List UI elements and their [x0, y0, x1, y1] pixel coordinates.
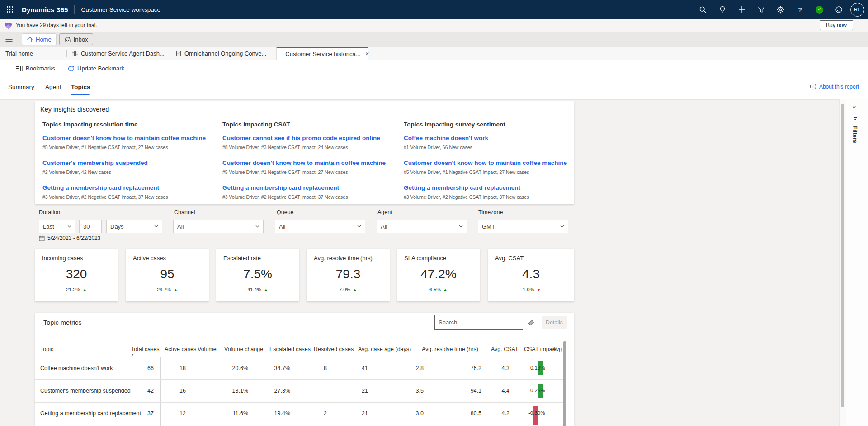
report-tab-summary[interactable]: Summary — [8, 84, 34, 90]
close-tab-icon[interactable]: ✕ — [365, 51, 369, 57]
insight-meta: #8 Volume Driver, #3 Negative CSAT impac… — [222, 145, 396, 150]
clear-filters-eraser-icon[interactable] — [527, 318, 535, 326]
insight-link[interactable]: Customer cannot see if his promo code ex… — [222, 135, 396, 142]
cell-active: 12 — [159, 410, 186, 417]
chevron-down-icon — [357, 225, 361, 228]
insight-item[interactable]: Getting a membership card replacement #3… — [222, 184, 396, 200]
trend-up-icon: ▲ — [264, 287, 268, 292]
table-row[interactable]: Customer's membership suspended 42 16 13… — [35, 379, 563, 402]
col-active-cases[interactable]: Active cases — [165, 346, 196, 352]
insight-item[interactable]: Customer doesn't know how to maintain co… — [42, 135, 217, 150]
filters-pane-icon[interactable] — [852, 115, 859, 121]
app-launcher-icon[interactable] — [0, 0, 20, 19]
table-search-box[interactable] — [434, 315, 523, 330]
filters-rail-label[interactable]: Filters — [852, 126, 859, 143]
queue-select[interactable]: All — [275, 220, 365, 233]
col-csat-impact[interactable]: CSAT impact — [524, 346, 557, 352]
insight-item[interactable]: Customer cannot see if his promo code ex… — [222, 135, 396, 150]
app-name[interactable]: Customer Service workspace — [81, 6, 160, 13]
sort-descending-icon[interactable]: ▼ — [131, 353, 134, 356]
chevron-down-icon — [459, 225, 463, 228]
update-bookmark-button[interactable]: Update Bookmark — [68, 65, 124, 72]
title-divider — [74, 5, 75, 14]
search-input[interactable] — [435, 319, 522, 326]
col-volume[interactable]: Volume — [198, 346, 217, 352]
kpi-label: Avg. CSAT — [495, 255, 524, 262]
cell-case-age: 3.5 — [392, 388, 424, 394]
agent-label: Agent — [377, 209, 392, 215]
hamburger-menu-icon[interactable] — [0, 32, 18, 47]
timezone-select[interactable]: GMT — [478, 220, 568, 233]
impact-value: 0.19% — [530, 365, 545, 370]
plus-icon[interactable] — [732, 0, 751, 19]
table-row[interactable]: Getting a membership card replacement 37… — [35, 402, 563, 425]
details-button[interactable]: Details — [542, 316, 567, 329]
report-tab-agent[interactable]: Agent — [45, 84, 61, 90]
kpi-avg-resolve-time: Avg. resolve time (hrs) 79.3 7.0%▲ — [307, 249, 390, 301]
cell-csat: 4.3 — [482, 365, 509, 371]
page-scrollbar-thumb[interactable] — [841, 104, 844, 407]
insight-link[interactable]: Getting a membership card replacement — [42, 184, 217, 192]
search-icon[interactable] — [693, 0, 712, 19]
page-tab-omnichannel[interactable]: Omnichannel Ongoing Conve... — [170, 47, 272, 60]
timezone-value: GMT — [482, 223, 495, 230]
cell-total: 37 — [127, 410, 154, 417]
col-avg-truncated[interactable]: Avg — [552, 346, 562, 352]
page-tab-historical-analytics[interactable]: Customer Service historica... ✕ — [276, 47, 368, 60]
agent-value: All — [381, 223, 387, 230]
insight-link[interactable]: Coffee machine doesn't work — [404, 135, 578, 142]
insight-item[interactable]: Customer's membership suspended #2 Volum… — [42, 159, 217, 175]
user-avatar[interactable]: RL — [850, 3, 864, 17]
filter-funnel-icon[interactable] — [751, 0, 771, 19]
trend-up-icon: ▲ — [82, 287, 87, 292]
col-volume-change[interactable]: Volume change — [224, 346, 263, 352]
channel-value: All — [177, 223, 184, 230]
tab-inbox[interactable]: Inbox — [59, 33, 93, 45]
insight-link[interactable]: Customer's membership suspended — [42, 159, 217, 167]
dashboard-icon — [176, 51, 181, 56]
channel-select[interactable]: All — [173, 220, 264, 233]
settings-gear-icon[interactable] — [771, 0, 790, 19]
col-topic[interactable]: Topic — [40, 346, 53, 352]
page-tab-agent-dashboard[interactable]: Customer Service Agent Dash... — [67, 47, 170, 60]
feedback-smiley-icon[interactable] — [829, 0, 849, 19]
table-row[interactable]: Coffee machine doesn't work 66 18 20.6% … — [35, 357, 563, 379]
table-vertical-scrollbar[interactable] — [563, 341, 566, 426]
col-avg-case-age[interactable]: Avg. case age (days) — [358, 346, 411, 352]
insight-item[interactable]: Getting a membership card replacement #3… — [404, 184, 578, 200]
about-link-label: About this report — [819, 84, 859, 90]
insight-item[interactable]: Getting a membership card replacement #3… — [42, 184, 217, 200]
insight-link[interactable]: Customer doesn't know how to maintain co… — [42, 135, 217, 142]
col-resolved-cases[interactable]: Resolved cases — [314, 346, 354, 352]
cell-volume: 11.6% — [217, 410, 248, 417]
trend-down-icon: ▼ — [536, 287, 541, 292]
insight-item[interactable]: Coffee machine doesn't work #1 Volume Dr… — [404, 135, 578, 150]
insight-item[interactable]: Customer doesn't know how to maintain co… — [404, 159, 578, 175]
insights-column-resolution-time: Topics impacting resolution time Custome… — [42, 121, 217, 200]
agent-select[interactable]: All — [377, 220, 467, 233]
insight-link[interactable]: Getting a membership card replacement — [404, 184, 578, 192]
col-total-cases[interactable]: Total cases — [131, 346, 160, 352]
page-tab-trial-home[interactable]: Trial home — [0, 47, 38, 60]
tab-home[interactable]: Home — [22, 33, 57, 45]
insight-link[interactable]: Customer doesn't know how to maintain co… — [404, 159, 578, 167]
duration-unit-select[interactable]: Days — [106, 220, 162, 233]
help-icon[interactable]: ? — [790, 0, 810, 19]
insight-link[interactable]: Getting a membership card replacement — [222, 184, 396, 192]
status-check-icon[interactable]: ✓ — [810, 0, 829, 19]
buy-now-button[interactable]: Buy now — [820, 20, 853, 30]
col-avg-csat[interactable]: Avg. CSAT — [491, 346, 519, 352]
about-this-report-link[interactable]: About this report — [810, 83, 859, 90]
collapse-pane-icon[interactable]: « — [853, 103, 856, 110]
insight-item[interactable]: Customer doesn't know how to maintain co… — [222, 159, 396, 175]
duration-mode-select[interactable]: Last — [39, 220, 75, 233]
brand-title[interactable]: Dynamics 365 — [22, 6, 68, 14]
report-tab-topics[interactable]: Topics — [71, 84, 90, 90]
lightbulb-icon[interactable] — [712, 0, 732, 19]
table-header-row: Topic Total cases Active cases Volume Vo… — [35, 340, 563, 357]
bookmarks-button[interactable]: Bookmarks — [15, 65, 55, 72]
duration-value-input[interactable] — [79, 220, 102, 233]
col-escalated-cases[interactable]: Escalated cases — [269, 346, 311, 352]
insight-link[interactable]: Customer doesn't know how to maintain co… — [222, 159, 396, 167]
col-avg-resolve-time[interactable]: Avg. resolve time (hrs) — [422, 346, 478, 352]
